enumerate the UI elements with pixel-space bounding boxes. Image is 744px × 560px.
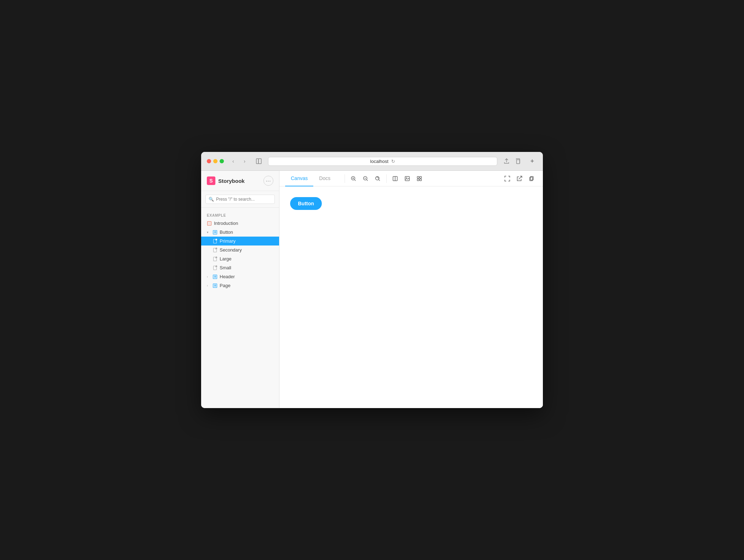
address-bar[interactable]: localhost ↻ [268, 157, 497, 166]
grid-single-icon [392, 176, 398, 181]
svg-rect-15 [417, 176, 419, 178]
zoom-out-icon [363, 176, 368, 181]
toolbar-right-actions [502, 173, 537, 184]
search-icon: 🔍 [209, 197, 214, 202]
fullscreen-icon [504, 176, 510, 181]
browser-titlebar: ‹ › localhost ↻ [201, 152, 543, 171]
close-traffic-light[interactable] [207, 159, 211, 163]
small-story-icon [213, 265, 218, 270]
storybook-toolbar: Canvas Docs [279, 171, 543, 186]
sidebar: S Storybook ··· 🔍 EXAMPLE [201, 171, 279, 408]
tab-canvas[interactable]: Canvas [285, 171, 313, 186]
zoom-in-button[interactable] [348, 173, 359, 184]
introduction-label: Introduction [214, 221, 238, 226]
search-input[interactable] [216, 197, 272, 202]
app-container: S Storybook ··· 🔍 EXAMPLE [201, 171, 543, 408]
sidebar-icon [256, 158, 262, 164]
share-button[interactable] [502, 156, 512, 166]
back-button[interactable]: ‹ [228, 156, 238, 166]
secondary-story-icon [213, 248, 218, 253]
sidebar-item-page[interactable]: › ⊞ Page [201, 281, 279, 290]
menu-dots-button[interactable]: ··· [263, 176, 273, 186]
grid-multi-icon [416, 176, 422, 181]
zoom-in-icon [351, 176, 356, 181]
share-icon [504, 158, 509, 164]
nav-section-label: EXAMPLE [201, 211, 279, 219]
new-tab-button[interactable]: + [527, 156, 537, 166]
large-story-icon [213, 257, 218, 261]
copy-link-icon [529, 176, 534, 181]
sidebar-item-secondary[interactable]: Secondary [201, 245, 279, 254]
storybook-logo-icon: S [207, 176, 215, 185]
svg-rect-0 [256, 159, 258, 164]
introduction-icon [207, 221, 212, 226]
zoom-reset-button[interactable] [372, 173, 383, 184]
svg-rect-18 [420, 179, 421, 181]
page-label: Page [220, 283, 230, 288]
tabs-group: Canvas Docs [285, 171, 336, 186]
primary-label: Primary [220, 238, 236, 244]
svg-rect-17 [417, 179, 419, 181]
maximize-traffic-light[interactable] [220, 159, 224, 163]
search-bar: 🔍 [201, 191, 279, 208]
search-input-wrapper[interactable]: 🔍 [205, 195, 275, 204]
header-icon: ⊞ [213, 274, 218, 279]
svg-line-6 [355, 180, 356, 181]
svg-rect-1 [258, 159, 261, 164]
sidebar-toggle-button[interactable] [254, 156, 264, 166]
page-icon: ⊞ [213, 283, 218, 288]
toolbar-divider-2 [386, 174, 387, 183]
grid-image-icon [404, 176, 410, 181]
fullscreen-button[interactable] [502, 173, 513, 184]
zoom-out-button[interactable] [360, 173, 371, 184]
tab-docs[interactable]: Docs [313, 171, 336, 186]
forward-button[interactable]: › [240, 156, 250, 166]
main-content: Canvas Docs [279, 171, 543, 408]
storybook-logo-text: Storybook [218, 178, 245, 184]
nav-buttons: ‹ › [228, 156, 250, 166]
grid-single-button[interactable] [389, 173, 401, 184]
primary-story-icon [213, 239, 218, 244]
sidebar-item-header[interactable]: › ⊞ Header [201, 272, 279, 281]
canvas-area: Button [279, 186, 543, 408]
large-label: Large [220, 256, 231, 261]
svg-line-9 [367, 180, 368, 181]
svg-point-14 [406, 177, 407, 178]
grid-image-button[interactable] [402, 173, 413, 184]
copy-button[interactable] [513, 156, 523, 166]
copy-icon [515, 158, 521, 164]
view-toolbar-group [389, 173, 425, 184]
zoom-reset-icon [375, 176, 381, 181]
refresh-button[interactable]: ↻ [391, 159, 395, 164]
sidebar-item-introduction[interactable]: Introduction [201, 219, 279, 228]
sidebar-nav: EXAMPLE Introduction ▾ ⊞ Button [201, 208, 279, 408]
sidebar-header: S Storybook ··· [201, 171, 279, 191]
button-chevron-icon: ▾ [207, 231, 210, 234]
toolbar-divider-1 [345, 174, 345, 183]
open-external-button[interactable] [514, 173, 525, 184]
small-label: Small [220, 265, 231, 270]
zoom-toolbar-group [348, 173, 383, 184]
minimize-traffic-light[interactable] [213, 159, 218, 163]
button-label: Button [220, 229, 233, 235]
open-external-icon [517, 176, 522, 181]
address-text: localhost [370, 159, 388, 164]
svg-rect-16 [420, 176, 421, 178]
preview-button[interactable]: Button [290, 197, 322, 210]
browser-actions [502, 156, 523, 166]
browser-window: ‹ › localhost ↻ [201, 152, 543, 408]
svg-rect-2 [517, 160, 520, 164]
sidebar-item-small[interactable]: Small [201, 263, 279, 272]
sidebar-item-primary[interactable]: Primary [201, 237, 279, 245]
copy-link-button[interactable] [526, 173, 537, 184]
sidebar-item-button[interactable]: ▾ ⊞ Button [201, 228, 279, 237]
page-chevron-icon: › [207, 284, 210, 287]
traffic-lights [207, 159, 224, 163]
storybook-logo: S Storybook [207, 176, 245, 185]
sidebar-item-large[interactable]: Large [201, 254, 279, 263]
header-label: Header [220, 274, 235, 279]
secondary-label: Secondary [220, 247, 242, 253]
header-chevron-icon: › [207, 275, 210, 279]
button-icon: ⊞ [213, 230, 218, 235]
grid-multi-button[interactable] [414, 173, 425, 184]
